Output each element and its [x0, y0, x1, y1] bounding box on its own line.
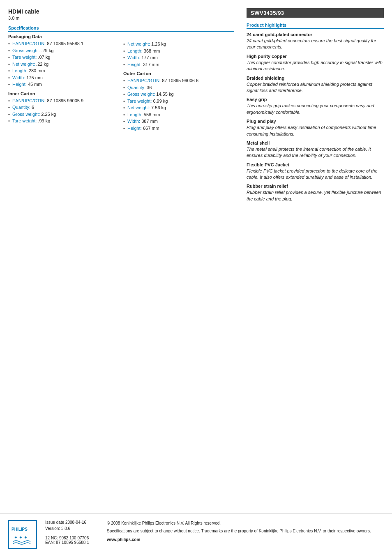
highlight-item-0: 24 carat gold-plated connector 24 carat … — [247, 32, 384, 51]
packaging-data-title: Packaging Data — [8, 34, 119, 39]
highlight-item-6: Flexible PVC Jacket Flexible PVC jacket … — [247, 162, 384, 181]
highlight-item-3: Easy grip This non-slip grip makes conne… — [247, 97, 384, 115]
left-column: HDMI cable 3.0 m Specifications Packagin… — [8, 8, 247, 514]
list-item: Net weight: 7.56 kg — [123, 104, 234, 111]
packaging-col2-list: Net weight: 1.26 kg Length: 368 mm Width… — [123, 41, 234, 68]
list-item: Tare weight: .07 kg — [8, 54, 119, 61]
list-item: Tare weight: 6.99 kg — [123, 98, 234, 105]
list-item: Height: 317 mm — [123, 61, 234, 68]
svg-text:PHILIPS: PHILIPS — [12, 527, 28, 532]
list-item: Tare weight: .99 kg — [8, 117, 119, 124]
right-column: SWV3435/93 Product highlights 24 carat g… — [247, 8, 384, 514]
footer-nc: 12 NC: 9082 100 07706 EAN: 87 10895 9558… — [45, 536, 99, 545]
product-subtitle: 3.0 m — [8, 16, 234, 21]
list-item: Quantity: 36 — [123, 84, 234, 91]
inner-carton-list: EAN/UPC/GTIN: 87 10895 99005 9 Quantity:… — [8, 97, 119, 124]
list-item: EAN/UPC/GTIN: 87 10895 99006 6 — [123, 77, 234, 84]
list-item: Width: 387 mm — [123, 118, 234, 125]
list-item: Length: 280 mm — [8, 67, 119, 74]
outer-carton-title: Outer Carton — [123, 71, 234, 76]
list-item: Net weight: 1.26 kg — [123, 41, 234, 48]
list-item: Gross weight: 2.25 kg — [8, 111, 119, 118]
footer-meta: Issue date 2008-04-16 Version: 3.0.6 12 … — [45, 520, 99, 545]
inner-carton-title: Inner Carton — [8, 91, 119, 96]
product-title: HDMI cable — [8, 8, 234, 15]
model-header: SWV3435/93 — [247, 8, 384, 18]
footer: PHILIPS ✦ ✦ ✦ Issue date 2008-04-16 Vers… — [0, 514, 392, 555]
footer-website: www.philips.com — [107, 537, 384, 543]
list-item: Net weight: .22 kg — [8, 61, 119, 68]
spec-columns: Packaging Data EAN/UPC/GTIN: 87 10895 95… — [8, 34, 234, 134]
issue-date: Issue date 2008-04-16 — [45, 520, 99, 525]
packaging-data-list: EAN/UPC/GTIN: 87 10895 95588 1 Gross wei… — [8, 40, 119, 88]
list-item: Height: 667 mm — [123, 125, 234, 132]
philips-logo: PHILIPS ✦ ✦ ✦ — [8, 520, 37, 549]
highlight-item-7: Rubber strain relief Rubber strain relie… — [247, 184, 384, 202]
list-item: Height: 45 mm — [8, 81, 119, 88]
list-item: Gross weight: 14.55 kg — [123, 91, 234, 98]
highlights-heading: Product highlights — [247, 23, 384, 29]
main-content: HDMI cable 3.0 m Specifications Packagin… — [0, 0, 392, 514]
page: HDMI cable 3.0 m Specifications Packagin… — [0, 0, 392, 555]
outer-carton-list: EAN/UPC/GTIN: 87 10895 99006 6 Quantity:… — [123, 77, 234, 131]
highlight-item-2: Braided shielding Copper braided reinfor… — [247, 76, 384, 94]
list-item: Width: 175 mm — [8, 74, 119, 81]
list-item: Length: 558 mm — [123, 111, 234, 118]
list-item: EAN/UPC/GTIN: 87 10895 99005 9 — [8, 97, 119, 104]
footer-legal: © 2008 Koninklijke Philips Electronics N… — [107, 520, 384, 543]
spec-col-left: Packaging Data EAN/UPC/GTIN: 87 10895 95… — [8, 34, 119, 134]
list-item: EAN/UPC/GTIN: 87 10895 95588 1 — [8, 40, 119, 47]
highlight-item-1: High purity copper This copper conductor… — [247, 54, 384, 72]
list-item: Width: 177 mm — [123, 54, 234, 61]
highlight-item-5: Metal shell The metal shell protects the… — [247, 140, 384, 159]
list-item: Length: 368 mm — [123, 48, 234, 55]
specifications-heading: Specifications — [8, 25, 234, 32]
highlight-item-4: Plug and play Plug and play offers easy … — [247, 119, 384, 137]
philips-logo-svg: PHILIPS ✦ ✦ ✦ — [10, 522, 35, 547]
spec-col-right: Net weight: 1.26 kg Length: 368 mm Width… — [119, 34, 234, 134]
version: Version: 3.0.6 — [45, 526, 99, 531]
svg-text:✦ ✦ ✦: ✦ ✦ ✦ — [14, 535, 28, 540]
list-item: Gross weight: .29 kg — [8, 47, 119, 54]
list-item: Quantity: 6 — [8, 104, 119, 111]
